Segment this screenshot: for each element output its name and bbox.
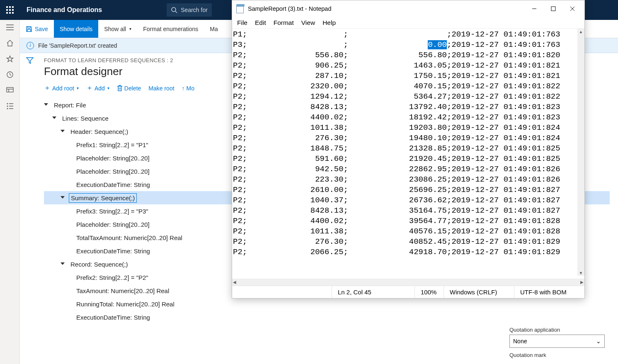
collapse-icon[interactable] — [61, 195, 66, 201]
svg-line-1 — [175, 11, 177, 13]
info-icon: i — [27, 42, 34, 49]
scroll-down-arrow-icon[interactable]: ▼ — [577, 270, 584, 276]
tree-label: Record: Sequence(;) — [69, 260, 129, 269]
scroll-left-arrow-icon[interactable]: ◀ — [233, 280, 236, 284]
app-launcher-icon[interactable] — [0, 0, 20, 20]
menu-edit[interactable]: Edit — [255, 19, 266, 27]
search-icon — [171, 7, 177, 13]
make-root-button[interactable]: Make root — [148, 85, 174, 92]
text-line: P2;556.80;556.80;2019-12-27 01:49:01:820 — [233, 50, 582, 61]
format-enum-button[interactable]: Format enumerations — [137, 20, 204, 38]
notepad-title-text: SampleReport (3).txt - Notepad — [248, 5, 331, 12]
scroll-thumb[interactable] — [577, 34, 584, 84]
star-icon[interactable] — [6, 55, 14, 63]
add-root-button[interactable]: ＋Add root▾ — [44, 84, 79, 92]
status-zoom: 100% — [414, 286, 444, 298]
status-empty — [232, 286, 332, 298]
notepad-text-area[interactable]: P1;;;2019-12-27 01:49:01:763P3;;0.00;201… — [232, 29, 584, 279]
tree-node[interactable]: RunningTotal: Numeric[20..20] Real — [44, 297, 610, 311]
svg-rect-6 — [7, 87, 13, 92]
add-button[interactable]: ＋Add▾ — [86, 84, 109, 92]
quotation-app-label: Quotation application — [509, 327, 605, 333]
home-icon[interactable] — [6, 39, 14, 47]
delete-button[interactable]: Delete — [117, 85, 141, 92]
quotation-app-select[interactable]: None ⌄ — [509, 335, 605, 348]
menu-view[interactable]: View — [301, 19, 315, 27]
plus-icon: ＋ — [44, 84, 51, 92]
tree-label: Placeholder: String[20..20] — [75, 154, 151, 163]
notepad-icon — [236, 4, 245, 13]
quotation-mark-label: Quotation mark — [509, 352, 605, 358]
save-label: Save — [35, 26, 48, 32]
tree-label: RunningTotal: Numeric[20..20] Real — [75, 300, 176, 308]
tree-label: Prefix1: String[2..2] = "P1" — [75, 141, 150, 149]
tree-label: ExecutionDateTime: String — [75, 180, 152, 189]
menu-format[interactable]: Format — [274, 19, 294, 27]
workspace-icon[interactable] — [6, 86, 14, 95]
info-text: File 'SampleReport.txt' created — [38, 42, 117, 49]
status-position: Ln 2, Col 45 — [332, 286, 414, 298]
select-value: None — [513, 338, 527, 345]
text-line: P2;1294.12;5364.27;2019-12-27 01:49:01:8… — [233, 92, 582, 102]
search-placeholder: Search for — [181, 7, 208, 13]
text-line: P2;1848.75;21328.85;2019-12-27 01:49:01:… — [233, 143, 582, 154]
svg-point-0 — [172, 7, 176, 12]
make-root-label: Make root — [148, 85, 174, 92]
text-line: P3;;0.00;2019-12-27 01:49:01:763 — [233, 40, 582, 50]
tree-label: ExecutionDateTime: String — [75, 313, 152, 322]
text-line: P2;4400.02;18192.42;2019-12-27 01:49:01:… — [233, 112, 582, 123]
show-all-button[interactable]: Show all▾ — [98, 20, 137, 38]
hamburger-icon[interactable] — [6, 23, 14, 32]
search-box[interactable]: Search for — [167, 3, 212, 17]
text-line: P2;906.25;1463.05;2019-12-27 01:49:01:82… — [233, 61, 582, 71]
text-line: P2;4400.02;39564.77;2019-12-27 01:49:01:… — [233, 216, 582, 226]
notepad-titlebar[interactable]: SampleReport (3).txt - Notepad — [232, 0, 584, 17]
properties-pane: Quotation application None ⌄ Quotation m… — [505, 318, 613, 364]
tree-label: TaxAmount: Numeric[20..20] Real — [75, 286, 171, 295]
tree-label: Header: Sequence(;) — [69, 127, 130, 136]
notepad-status-bar: Ln 2, Col 45 100% Windows (CRLF) UTF-8 w… — [232, 286, 584, 298]
text-line: P2;2610.00;25696.25;2019-12-27 01:49:01:… — [233, 185, 582, 195]
collapse-icon[interactable] — [61, 129, 66, 134]
tree-label: Prefix3: String[2..2] = "P3" — [75, 207, 150, 216]
close-button[interactable] — [563, 2, 582, 15]
text-line: P2;1040.37;26736.62;2019-12-27 01:49:01:… — [233, 195, 582, 206]
vertical-scrollbar[interactable]: ▲ ▼ — [577, 29, 584, 276]
text-line: P2;2320.00;4070.15;2019-12-27 01:49:01:8… — [233, 81, 582, 92]
brand-title: Finance and Operations — [20, 6, 109, 14]
scroll-up-arrow-icon[interactable]: ▲ — [577, 29, 584, 34]
collapse-icon[interactable] — [52, 115, 58, 121]
tree-label: Placeholder: String[20..20] — [75, 220, 151, 229]
modules-icon[interactable] — [6, 102, 14, 110]
collapse-icon[interactable] — [61, 261, 66, 267]
recent-icon[interactable] — [6, 70, 14, 79]
move-up-button[interactable]: ↑Mo — [182, 85, 194, 92]
filter-column — [20, 53, 40, 364]
save-button[interactable]: Save — [20, 20, 54, 38]
maximize-button[interactable] — [544, 2, 563, 15]
notepad-window: SampleReport (3).txt - Notepad File Edit… — [232, 0, 585, 298]
move-label: Mo — [187, 85, 194, 92]
chevron-down-icon: ▾ — [77, 86, 79, 90]
show-details-tab[interactable]: Show details — [54, 20, 98, 38]
truncated-label: Ma — [210, 26, 218, 32]
show-all-label: Show all — [104, 26, 126, 32]
text-line: P2;1011.38;40576.15;2019-12-27 01:49:01:… — [233, 226, 582, 237]
text-line: P2;276.30;19480.10;2019-12-27 01:49:01:8… — [233, 133, 582, 143]
text-line: P2;8428.13;13792.40;2019-12-27 01:49:01:… — [233, 102, 582, 112]
delete-label: Delete — [124, 85, 141, 92]
tree-label: ExecutionDateTime: String — [75, 247, 152, 255]
minimize-button[interactable] — [525, 2, 544, 15]
text-line: P2;276.30;40852.45;2019-12-27 01:49:01:8… — [233, 237, 582, 247]
horizontal-scrollbar[interactable]: ◀ ▶ — [232, 279, 584, 286]
status-eol: Windows (CRLF) — [444, 286, 514, 298]
save-icon — [26, 26, 32, 32]
menu-file[interactable]: File — [237, 19, 247, 27]
show-details-label: Show details — [60, 26, 92, 32]
scroll-right-arrow-icon[interactable]: ▶ — [580, 280, 584, 284]
truncated-button[interactable]: Ma — [204, 20, 223, 38]
tree-label: Report: File — [52, 101, 88, 109]
menu-help[interactable]: Help — [322, 19, 336, 27]
filter-icon[interactable] — [26, 57, 34, 64]
collapse-icon[interactable] — [44, 102, 50, 108]
